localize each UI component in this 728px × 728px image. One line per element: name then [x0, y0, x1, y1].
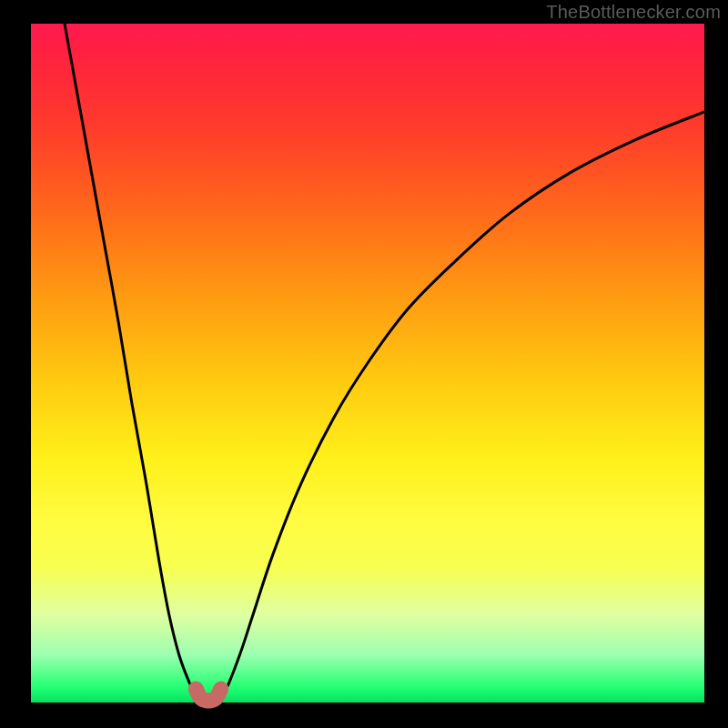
curve-layer	[0, 0, 728, 728]
curve-right	[218, 112, 704, 701]
curve-left	[65, 24, 200, 701]
chart-frame: TheBottlenecker.com	[0, 0, 728, 728]
bottom-blob	[196, 689, 220, 701]
